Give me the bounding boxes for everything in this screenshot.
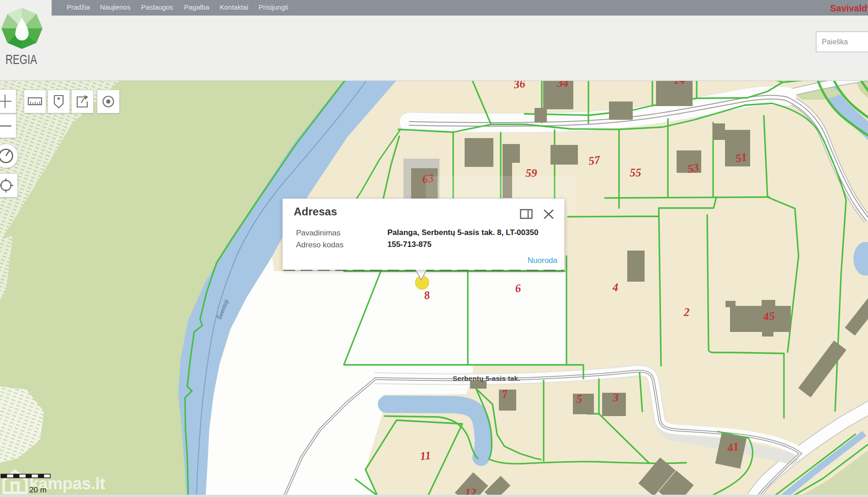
svg-text:2: 2 — [683, 306, 690, 318]
svg-text:4: 4 — [612, 281, 619, 294]
svg-text:Serbentų 5-asis tak.: Serbentų 5-asis tak. — [453, 374, 520, 382]
svg-text:5: 5 — [577, 393, 582, 405]
svg-text:51: 51 — [735, 150, 748, 165]
svg-text:11: 11 — [419, 449, 431, 462]
svg-text:20 m: 20 m — [29, 486, 47, 494]
svg-text:53: 53 — [687, 161, 700, 175]
svg-text:41: 41 — [726, 440, 740, 454]
svg-text:REGIA: REGIA — [5, 52, 37, 67]
svg-text:45: 45 — [762, 310, 775, 323]
svg-text:3: 3 — [613, 391, 619, 404]
svg-text:55: 55 — [630, 166, 641, 179]
